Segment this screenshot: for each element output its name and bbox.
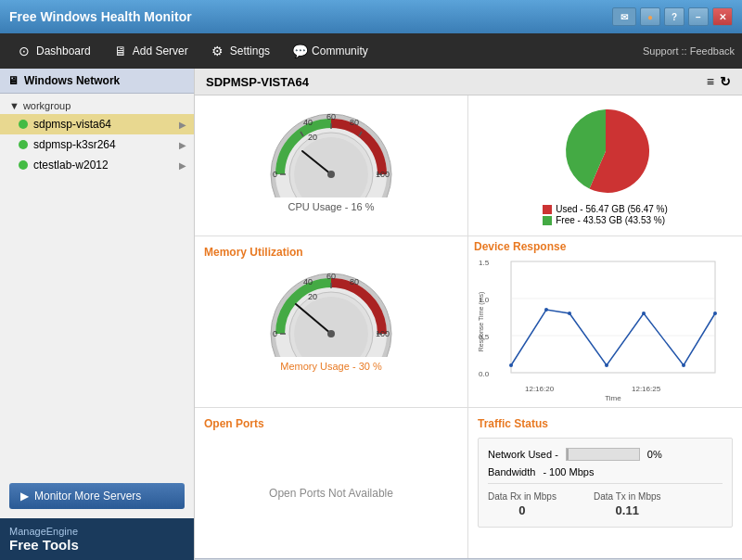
svg-text:Time: Time — [605, 394, 621, 401]
memory-usage-label: Memory Usage - 30 % — [280, 361, 381, 372]
svg-text:60: 60 — [326, 112, 336, 121]
menu-settings[interactable]: ⚙ Settings — [201, 39, 279, 63]
sidebar-group: ▼ workgroup sdpmsp-vista64 ▶ sdpmsp-k3sr… — [0, 94, 194, 179]
sidebar-item-ctestlab-w2012[interactable]: ctestlab-w2012 ▶ — [0, 155, 194, 175]
open-ports-section: Open Ports Open Ports Not Available — [195, 408, 468, 558]
monitor-more-label: Monitor More Servers — [34, 490, 141, 503]
svg-point-41 — [509, 363, 513, 367]
rx-item: Data Rx in Mbps 0 — [488, 491, 556, 517]
rx-label: Data Rx in Mbps — [488, 491, 556, 502]
network-value: 0% — [647, 449, 662, 460]
svg-text:Response Time (ms): Response Time (ms) — [478, 292, 485, 352]
menu-dashboard-label: Dashboard — [36, 45, 91, 57]
pie-legend-used: Used - 56.47 GB (56.47 %) — [543, 204, 668, 214]
close-button[interactable]: ✕ — [712, 7, 733, 26]
svg-point-16 — [327, 171, 335, 178]
header-icons: ≡ ↻ — [707, 74, 731, 89]
middle-section: Memory Utilization 0 40 60 80 100 — [195, 236, 742, 408]
app-title: Free Windows Health Monitor — [9, 9, 612, 24]
arrow-icon-3: ▶ — [179, 160, 186, 171]
memory-gauge: 0 40 60 80 100 20 — [252, 264, 410, 357]
svg-text:1.5: 1.5 — [479, 259, 490, 267]
response-chart: 1.5 1.0 0.5 0.0 Response Time (ms) — [474, 257, 724, 401]
cpu-gauge: 0 40 60 80 100 20 — [252, 105, 410, 197]
used-label: Used - 56.47 GB (56.47 %) — [556, 204, 668, 214]
color-icon[interactable]: ● — [640, 7, 660, 26]
disk-pie-chart — [550, 105, 661, 197]
sidebar-item-label-2: sdpmsp-k3sr264 — [33, 138, 116, 151]
ports-empty-msg: Open Ports Not Available — [204, 438, 458, 549]
svg-text:12:16:25: 12:16:25 — [632, 385, 661, 393]
sidebar-item-sdpmsp-k3sr264[interactable]: sdpmsp-k3sr264 ▶ — [0, 134, 194, 155]
sidebar-item-sdpmsp-vista64[interactable]: sdpmsp-vista64 ▶ — [0, 114, 194, 134]
help-button[interactable]: ? — [664, 7, 684, 26]
svg-point-43 — [568, 312, 571, 315]
menu-add-server-label: Add Server — [133, 45, 188, 57]
network-bar — [566, 448, 640, 461]
support-link[interactable]: Support :: Feedback — [643, 45, 735, 57]
network-used-label: Network Used - — [488, 449, 558, 460]
memory-section: Memory Utilization 0 40 60 80 100 — [195, 236, 468, 407]
brand-box: ManageEngine Free Tools — [0, 518, 194, 560]
svg-text:20: 20 — [308, 133, 317, 142]
divider — [488, 483, 723, 484]
pie-legend-free: Free - 43.53 GB (43.53 %) — [543, 215, 668, 225]
svg-text:12:16:20: 12:16:20 — [525, 385, 555, 393]
group-name: workgroup — [23, 100, 70, 111]
svg-text:40: 40 — [303, 118, 313, 127]
svg-point-47 — [713, 312, 717, 315]
cpu-section: 0 40 60 80 100 20 CPU Usage - 16 % — [195, 95, 468, 235]
refresh-icon[interactable]: ↻ — [720, 74, 731, 89]
sidebar-group-label: ▼ workgroup — [0, 97, 194, 114]
svg-point-44 — [605, 363, 608, 367]
title-bar: Free Windows Health Monitor ✉ ● ? − ✕ — [0, 0, 742, 33]
tx-value: 0.11 — [594, 503, 661, 517]
sidebar-header: 🖥 Windows Network — [0, 69, 194, 94]
traffic-title: Traffic Status — [478, 417, 733, 430]
traffic-sub: Data Rx in Mbps 0 Data Tx in Mbps 0.11 — [488, 491, 723, 517]
menu-settings-label: Settings — [230, 45, 270, 57]
dashboard-icon: ⊙ — [17, 44, 32, 58]
menu-community-label: Community — [312, 45, 368, 57]
sidebar-footer: ▶ Monitor More Servers — [0, 474, 194, 518]
svg-text:40: 40 — [303, 277, 313, 286]
email-icon[interactable]: ✉ — [612, 7, 636, 26]
ports-empty-label: Open Ports Not Available — [269, 487, 393, 500]
monitor-more-button[interactable]: ▶ Monitor More Servers — [9, 483, 185, 509]
minimize-button[interactable]: − — [688, 7, 709, 26]
bottom-section: Open Ports Open Ports Not Available Traf… — [195, 408, 742, 558]
status-dot-green-3 — [19, 160, 28, 170]
monitor-more-icon: ▶ — [20, 490, 29, 503]
list-icon[interactable]: ≡ — [707, 74, 714, 89]
svg-text:0.0: 0.0 — [479, 370, 490, 378]
svg-text:0: 0 — [273, 170, 277, 179]
svg-text:100: 100 — [376, 329, 390, 338]
brand-name: ManageEngine — [9, 526, 185, 537]
sidebar-header-label: Windows Network — [24, 74, 120, 87]
network-used-row: Network Used - 0% — [488, 448, 723, 461]
menu-add-server[interactable]: 🖥 Add Server — [104, 39, 198, 63]
group-arrow-icon: ▼ — [9, 100, 19, 111]
svg-text:80: 80 — [350, 118, 359, 127]
content-area[interactable]: SDPMSP-VISTA64 ≡ ↻ — [195, 69, 742, 560]
sidebar-item-label: sdpmsp-vista64 — [33, 118, 111, 131]
bandwidth-label: Bandwidth — [488, 466, 535, 477]
svg-text:60: 60 — [326, 272, 336, 281]
response-section: Device Response 1.5 1.0 0.5 0.0 Response… — [468, 236, 742, 407]
brand-product: Free Tools — [9, 537, 185, 553]
community-icon: 💬 — [292, 44, 307, 58]
svg-text:20: 20 — [308, 292, 317, 301]
menu-dashboard[interactable]: ⊙ Dashboard — [7, 39, 100, 63]
status-dot-green-2 — [19, 140, 28, 149]
main-layout: 🖥 Windows Network ▼ workgroup sdpmsp-vis… — [0, 69, 742, 560]
menu-community[interactable]: 💬 Community — [283, 39, 377, 63]
arrow-icon: ▶ — [179, 120, 186, 130]
disk-section: Used - 56.47 GB (56.47 %) Free - 43.53 G… — [468, 95, 742, 235]
svg-point-31 — [327, 330, 335, 337]
network-icon: 🖥 — [7, 74, 19, 87]
memory-title: Memory Utilization — [204, 246, 303, 259]
free-label: Free - 43.53 GB (43.53 %) — [556, 215, 665, 225]
status-dot-green — [19, 120, 28, 129]
window-controls: ✉ ● ? − ✕ — [612, 7, 733, 26]
used-dot — [543, 205, 552, 214]
